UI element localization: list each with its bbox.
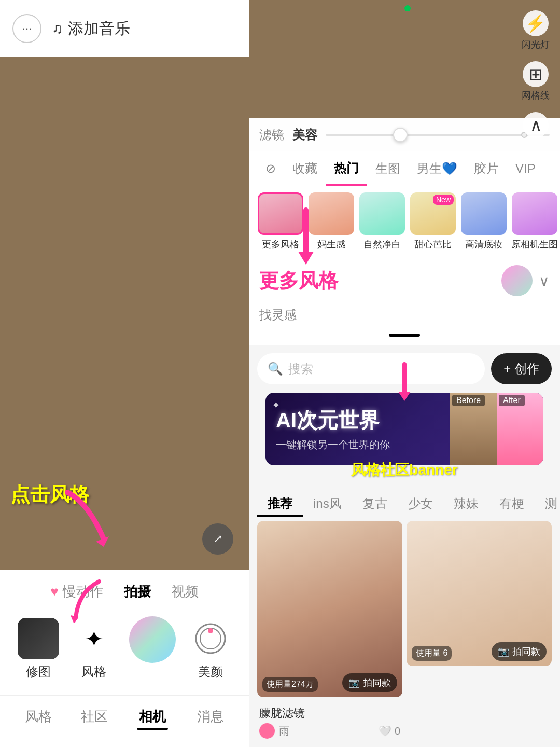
banner-images: Before After (450, 393, 543, 465)
heart-icon-0: 🤍 (379, 725, 391, 737)
photo-card-0[interactable]: 使用量274万 📷 拍同款 (257, 521, 402, 697)
filter-tab-film[interactable]: 胶片 (466, 151, 507, 186)
filter-img-0 (258, 192, 303, 235)
blue-heart-icon: 💙 (442, 161, 457, 176)
filter-img-1 (309, 192, 354, 235)
card-author-0: 雨 🤍 0 (257, 721, 402, 739)
camera-top-bar: ··· ♫ 添加音乐 (0, 0, 249, 57)
camera-tools-row: 修图 ✦ 风格 (0, 611, 249, 687)
tool-style[interactable]: ✦ 风格 (73, 618, 115, 680)
like-count-0: 🤍 0 (379, 725, 400, 737)
author-avatar-0 (259, 723, 275, 739)
nav-messages[interactable]: 消息 (197, 708, 224, 730)
star-icon-2: ✦ (307, 408, 313, 417)
filter-tab-favorites[interactable]: 收藏 (284, 151, 326, 186)
usage-badge-0: 使用量274万 (262, 677, 318, 692)
usage-badge-1: 使用量 6 (412, 646, 452, 661)
filter-thumb-5[interactable]: 原相机生图 (511, 192, 558, 251)
nav-active-indicator (137, 728, 168, 730)
chevron-up-icon: ∧ (523, 112, 549, 138)
style-icon: ✦ (73, 618, 115, 659)
filter-tab-male[interactable]: 男生 💙 (409, 151, 466, 186)
nav-items-row: 风格 社区 相机 消息 (10, 708, 239, 730)
filter-tabs-row: ⊘ 收藏 热门 生图 男生 💙 胶片 VIP (249, 151, 560, 186)
flash-icon: ⚡ (523, 10, 549, 36)
filter-bar: 滤镜 美容 (249, 118, 560, 151)
filter-tab-vip[interactable]: VIP (507, 151, 544, 186)
tool-gradient[interactable] (129, 616, 176, 682)
content-tab-meme[interactable]: 有梗 (489, 491, 535, 517)
content-tab-ins[interactable]: ins风 (303, 491, 352, 517)
banner-annotation-text: 风格社区banner (351, 460, 457, 480)
more-style-text[interactable]: 更多风格 (259, 268, 338, 294)
tab-slow-motion[interactable]: ♥ 慢动作 (50, 583, 103, 601)
grid-icon: ⊞ (523, 61, 549, 87)
new-badge: New (433, 195, 454, 205)
banner-text: AI次元世界 一键解锁另一个世界的你 (265, 396, 400, 462)
content-tab-spicy[interactable]: 辣妹 (443, 491, 489, 517)
chevron-up-icon-item[interactable]: ∧ (523, 112, 549, 138)
camera-mode-tabs: ♥ 慢动作 拍摄 视频 (0, 583, 249, 601)
search-box[interactable]: 🔍 搜索 (257, 353, 485, 384)
photo-col-left: 使用量274万 📷 拍同款 朦胧滤镜 雨 🤍 0 (257, 521, 402, 743)
filter-img-5 (512, 192, 557, 235)
flash-icon-item[interactable]: ⚡ 闪光灯 (522, 10, 550, 51)
divider-line (389, 334, 420, 337)
photo-card-1[interactable]: 使用量 6 📷 拍同款 (407, 521, 552, 666)
expand-button[interactable]: ⤢ (202, 523, 233, 555)
search-create-bar: 🔍 搜索 + 创作 (249, 345, 560, 393)
same-shot-btn-0[interactable]: 📷 拍同款 (342, 673, 397, 692)
filter-thumb-4[interactable]: 高清底妆 (460, 192, 507, 251)
tab-video[interactable]: 视频 (172, 583, 199, 601)
nav-camera[interactable]: 相机 (137, 708, 168, 730)
ai-banner[interactable]: ✦ ✦ AI次元世界 一键解锁另一个世界的你 Before After (265, 393, 543, 465)
search-icon: 🔍 (268, 362, 283, 376)
beauty-icon (190, 618, 231, 659)
camera-controls: ♥ 慢动作 拍摄 视频 修图 ✦ (0, 570, 249, 695)
svg-marker-0 (96, 536, 109, 547)
filter-tab-collect[interactable]: ⊘ (257, 151, 284, 186)
retouch-thumbnail (18, 618, 59, 659)
heart-icon: ♥ (50, 584, 58, 600)
grid-icon-item[interactable]: ⊞ 网格线 (522, 61, 550, 102)
filter-tab-hot[interactable]: 热门 (326, 151, 367, 186)
green-indicator (404, 5, 411, 11)
content-tabs-row: 推荐 ins风 复古 少女 辣妹 有梗 测 (249, 485, 560, 517)
filter-thumb-0[interactable]: 更多风格 (257, 192, 304, 251)
star-icon: ✦ (272, 399, 281, 411)
add-music-button[interactable]: ♫ 添加音乐 (52, 18, 130, 39)
content-tab-retro[interactable]: 复古 (352, 491, 398, 517)
slider-thumb[interactable] (393, 128, 408, 142)
divider-area (249, 329, 560, 345)
photo-grid: 使用量274万 📷 拍同款 朦胧滤镜 雨 🤍 0 (249, 517, 560, 747)
tool-beauty[interactable]: 美颜 (190, 618, 231, 680)
photo-col-right: 使用量 6 📷 拍同款 (407, 521, 552, 743)
content-tab-test[interactable]: 测 (535, 491, 560, 517)
style-right-controls: ∨ (501, 265, 550, 296)
same-shot-btn-1[interactable]: 📷 拍同款 (492, 642, 547, 661)
tool-retouch[interactable]: 修图 (18, 618, 59, 680)
filter-img-2 (359, 192, 405, 235)
right-camera-bg: ⚡ 闪光灯 ⊞ 网格线 ∧ (249, 0, 560, 118)
banner-container: ✦ ✦ AI次元世界 一键解锁另一个世界的你 Before After (249, 393, 560, 469)
filter-thumb-2[interactable]: 自然净白 (359, 192, 405, 251)
before-image: Before (450, 393, 497, 465)
style-section: 更多风格 ∨ (249, 257, 560, 305)
camera-viewfinder: 点击风格 ⤢ (0, 57, 249, 570)
filter-thumb-1[interactable]: 妈生感 (308, 192, 355, 251)
style-preview-circle[interactable] (501, 265, 533, 296)
filter-img-4 (461, 192, 507, 235)
filter-tab-ai[interactable]: 生图 (367, 151, 409, 186)
menu-button[interactable]: ··· (12, 14, 41, 43)
filter-thumb-3[interactable]: New 甜心芭比 (410, 192, 456, 251)
left-panel: ··· ♫ 添加音乐 点击风格 ⤢ ♥ 慢动作 拍摄 (0, 0, 249, 747)
nav-style[interactable]: 风格 (25, 708, 52, 730)
click-style-annotation: 点击风格 (10, 481, 89, 508)
right-side-icons: ⚡ 闪光灯 ⊞ 网格线 ∧ (516, 0, 555, 148)
content-tab-recommend[interactable]: 推荐 (257, 491, 303, 517)
nav-community[interactable]: 社区 (81, 708, 108, 730)
filter-thumbnails: 更多风格 妈生感 自然净白 New 甜心芭比 高清底妆 原相机生图 兔耳 (249, 186, 560, 257)
content-tab-girl[interactable]: 少女 (398, 491, 443, 517)
create-button[interactable]: + 创作 (491, 353, 552, 384)
tab-shoot[interactable]: 拍摄 (124, 583, 151, 601)
